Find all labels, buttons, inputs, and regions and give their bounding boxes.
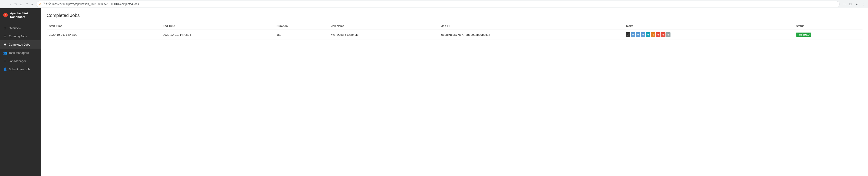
sidebar-nav: ⊞ Overview ☰ Running Jobs ◉ Completed Jo…: [0, 22, 41, 176]
col-tasks: Tasks: [623, 23, 794, 30]
col-status: Status: [794, 23, 863, 30]
sidebar-item-overview[interactable]: ⊞ Overview: [0, 24, 41, 32]
sidebar-item-completed-jobs[interactable]: ◉ Completed Jobs: [0, 40, 41, 49]
address-bar[interactable]: ⚠ 不安全 master:8088/proxy/application_1601…: [36, 1, 840, 7]
status-badge: FINISHED: [796, 32, 811, 37]
home-button[interactable]: ⌂: [19, 2, 23, 6]
screenshot-icon[interactable]: □: [848, 2, 853, 7]
sidebar-item-label-job-manager: Job Manager: [9, 59, 26, 63]
svg-text:F: F: [5, 14, 6, 17]
sidebar-title: Apache Flink Dashboard: [10, 11, 38, 19]
forward-button[interactable]: →: [8, 2, 12, 6]
task-badge-6: 0: [656, 32, 660, 37]
back-button[interactable]: ←: [2, 2, 7, 6]
completed-jobs-icon: ◉: [3, 43, 7, 46]
col-job-name: Job Name: [329, 23, 439, 30]
cell-tasks: 3 0 0 0 0 3 0 0 0: [623, 30, 794, 40]
bookmarks-icon[interactable]: ★: [854, 2, 859, 7]
col-end-time: End Time: [160, 23, 274, 30]
sidebar-item-job-manager[interactable]: ☰ Job Manager: [0, 57, 41, 65]
sidebar-item-submit-new-job[interactable]: 👤 Submit new Job: [0, 65, 41, 73]
star-button[interactable]: ★: [30, 2, 34, 6]
col-start-time: Start Time: [46, 23, 160, 30]
task-badge-4: 0: [646, 32, 650, 37]
url-text: master:8088/proxy/application_1601533355…: [52, 2, 837, 6]
menu-icon[interactable]: ⋮: [861, 2, 866, 7]
overview-icon: ⊞: [3, 26, 7, 30]
jobs-table: Start Time End Time Duration Job Name Jo…: [46, 23, 863, 40]
sidebar-item-label-submit-new-job: Submit new Job: [9, 68, 30, 71]
sidebar-item-running-jobs[interactable]: ☰ Running Jobs: [0, 32, 41, 40]
table-header-row: Start Time End Time Duration Job Name Jo…: [46, 23, 863, 30]
job-manager-icon: ☰: [3, 59, 7, 63]
table-body: 2020-10-01, 14:43:09 2020-10-01, 14:43:2…: [46, 30, 863, 40]
sidebar-logo: F Apache Flink Dashboard: [0, 8, 41, 22]
task-managers-icon: 👥: [3, 51, 7, 54]
browser-chrome: ← → ↻ ⌂ ↶ ★ ⚠ 不安全 master:8088/proxy/appl…: [0, 0, 868, 8]
task-badge-1: 0: [631, 32, 635, 37]
sidebar: F Apache Flink Dashboard ⊞ Overview ☰ Ru…: [0, 8, 41, 176]
sidebar-item-label-task-managers: Task Managers: [9, 51, 29, 54]
task-badge-5: 3: [651, 32, 655, 37]
task-badge-8: 0: [666, 32, 671, 37]
cell-end-time: 2020-10-01, 14:43:24: [160, 30, 274, 40]
task-badge-2: 0: [636, 32, 640, 37]
cast-icon[interactable]: ▭: [841, 2, 846, 7]
security-icon: ⚠: [39, 2, 41, 5]
undo-button[interactable]: ↶: [24, 2, 29, 6]
task-badge-3: 0: [641, 32, 645, 37]
col-job-id: Job ID: [439, 23, 623, 30]
cell-status: FINISHED: [794, 30, 863, 40]
col-duration: Duration: [274, 23, 329, 30]
task-badge-0: 3: [626, 32, 630, 37]
sidebar-item-label-running-jobs: Running Jobs: [9, 34, 27, 38]
browser-actions: ▭ □ ★ ⋮: [841, 2, 866, 7]
running-jobs-icon: ☰: [3, 34, 7, 38]
table-row[interactable]: 2020-10-01, 14:43:09 2020-10-01, 14:43:2…: [46, 30, 863, 40]
cell-duration: 15s: [274, 30, 329, 40]
browser-nav-buttons: ← → ↻ ⌂ ↶ ★: [2, 2, 34, 6]
flink-logo-icon: F: [3, 12, 8, 18]
sidebar-item-label-completed-jobs: Completed Jobs: [9, 43, 30, 46]
main-content: Completed Jobs Start Time End Time Durat…: [41, 8, 868, 176]
task-badges: 3 0 0 0 0 3 0 0 0: [626, 32, 792, 37]
cell-start-time: 2020-10-01, 14:43:09: [46, 30, 160, 40]
cell-job-id: 9dbfc7afc677fc77f8beb022b89bec14: [439, 30, 623, 40]
app-container: F Apache Flink Dashboard ⊞ Overview ☰ Ru…: [0, 8, 868, 176]
cell-job-name: WordCount Example: [329, 30, 439, 40]
task-badge-7: 0: [661, 32, 665, 37]
submit-job-icon: 👤: [3, 67, 7, 71]
page-title: Completed Jobs: [46, 13, 863, 18]
reload-button[interactable]: ↻: [13, 2, 18, 6]
sidebar-item-task-managers[interactable]: 👥 Task Managers: [0, 49, 41, 57]
sidebar-item-label-overview: Overview: [9, 26, 21, 30]
table-header: Start Time End Time Duration Job Name Jo…: [46, 23, 863, 30]
security-label: 不安全: [43, 2, 51, 6]
